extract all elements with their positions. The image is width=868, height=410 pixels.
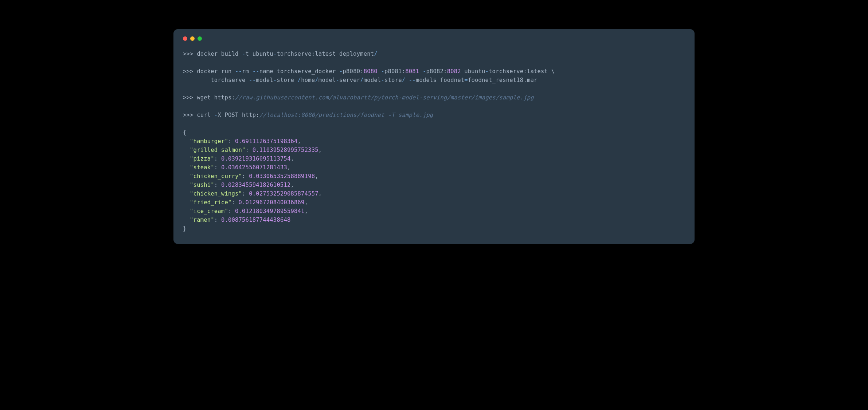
token-comment: //raw.githubusercontent.com/alvarobartt/… (235, 94, 534, 101)
command-line: torchserve --model-store /home/model-ser… (183, 76, 685, 84)
output-line: "chicken_curry": 0.03306535258889198, (183, 172, 685, 181)
token-text (183, 190, 190, 197)
command-line: >>> wget https://raw.githubusercontent.c… (183, 93, 685, 102)
token-op: = (464, 77, 468, 83)
token-text: torchserve (183, 77, 249, 83)
output-line: "steak": 0.03642556071281433, (183, 163, 685, 172)
token-num: 8081 (405, 68, 419, 75)
token-text (183, 208, 190, 214)
token-punct: , (318, 190, 322, 197)
token-op: / (374, 51, 378, 57)
token-comment: //localhost:8080/predictions/foodnet -T … (259, 112, 433, 118)
token-op: - (381, 77, 384, 83)
token-text: foodnet_resnet18.mar (468, 77, 537, 83)
token-punct: : (214, 164, 221, 171)
token-num: 0.11039528995752335 (253, 147, 318, 153)
token-text: store (384, 77, 402, 83)
command-line: >>> docker build -t ubuntu-torchserve:la… (183, 50, 685, 58)
token-punct: : (214, 182, 221, 188)
token-text (183, 138, 190, 145)
token-num: 0.03306535258889198 (249, 173, 315, 180)
token-text: home (301, 77, 315, 83)
output-line: } (183, 224, 685, 233)
token-text: docker run (197, 68, 235, 75)
token-text (183, 217, 190, 223)
token-punct: : (242, 190, 249, 197)
token-punct: : (214, 155, 221, 162)
token-text (183, 164, 190, 171)
traffic-lights (183, 36, 685, 41)
token-text (183, 147, 190, 153)
token-text: server (339, 77, 360, 83)
token-punct: : (231, 199, 238, 206)
token-op: -- (253, 68, 259, 75)
output-line: "hamburger": 0.6911126375198364, (183, 137, 685, 146)
token-text: X POST http: (218, 112, 259, 118)
token-op: - (485, 68, 489, 75)
token-str: "hamburger" (190, 138, 228, 145)
output-line: "ramen": 0.008756187744438648 (183, 216, 685, 224)
terminal-content[interactable]: >>> docker build -t ubuntu-torchserve:la… (183, 50, 685, 233)
token-text: wget https: (197, 94, 235, 101)
token-str: "chicken_wings" (190, 190, 242, 197)
token-num: 0.008756187744438648 (221, 217, 291, 223)
token-str: "fried_rice" (190, 199, 231, 206)
command-line: >>> curl -X POST http://localhost:8080/p… (183, 111, 685, 119)
token-text: store (277, 77, 297, 83)
token-text: torchserve:latest deployment (277, 51, 374, 57)
token-str: "pizza" (190, 155, 214, 162)
output-line: "fried_rice": 0.01296720840036869, (183, 198, 685, 207)
token-text (183, 155, 190, 162)
token-punct: , (305, 208, 308, 214)
token-text: model (256, 77, 273, 83)
token-op: / (315, 77, 318, 83)
token-num: 0.03642556071281433 (221, 164, 287, 171)
blank-line (183, 102, 685, 111)
minimize-icon[interactable] (190, 36, 195, 41)
token-str: "chicken_curry" (190, 173, 242, 180)
token-punct: : (242, 173, 249, 180)
token-num: 0.01296720840036869 (239, 199, 305, 206)
token-num: 0.6911126375198364 (235, 138, 298, 145)
token-text (183, 182, 190, 188)
token-str: "sushi" (190, 182, 214, 188)
token-op: - (273, 77, 277, 83)
token-op: - (336, 77, 340, 83)
token-op: - (242, 51, 246, 57)
blank-line (183, 84, 685, 93)
output-line: "pizza": 0.039219316095113754, (183, 154, 685, 163)
token-op: -- (409, 77, 416, 83)
token-num: 8082 (447, 68, 461, 75)
token-punct: : (228, 138, 235, 145)
token-text: model (318, 77, 336, 83)
token-text (183, 199, 190, 206)
token-text (419, 68, 423, 75)
output-line: "chicken_wings": 0.027532529085874557, (183, 189, 685, 198)
token-punct: , (315, 173, 318, 180)
token-text (405, 77, 409, 83)
token-punct: } (183, 225, 187, 232)
token-prompt: >>> (183, 51, 197, 57)
token-op: - (214, 112, 218, 118)
token-op: - (381, 68, 384, 75)
token-op: / (298, 77, 301, 83)
token-op: - (423, 68, 426, 75)
token-num: 0.012180349789559841 (235, 208, 305, 214)
close-icon[interactable] (183, 36, 187, 41)
token-text: docker build (197, 51, 242, 57)
token-punct: , (305, 199, 308, 206)
token-text: name torchserve_docker (259, 68, 339, 75)
token-text: curl (197, 112, 214, 118)
output-line: "sushi": 0.028345594182610512, (183, 181, 685, 189)
token-punct: : (228, 208, 235, 214)
token-op: / (360, 77, 364, 83)
blank-line (183, 119, 685, 128)
token-text (183, 173, 190, 180)
token-num: 0.028345594182610512 (221, 182, 291, 188)
token-punct: { (183, 129, 187, 136)
maximize-icon[interactable] (198, 36, 202, 41)
token-text: rm (242, 68, 253, 75)
token-prompt: >>> (183, 94, 197, 101)
token-text: ubuntu (461, 68, 485, 75)
token-text: t ubuntu (246, 51, 273, 57)
